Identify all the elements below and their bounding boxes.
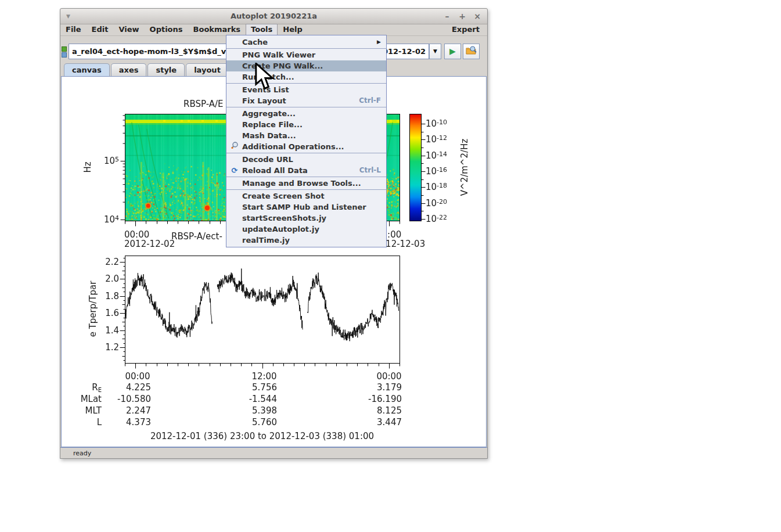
menu-item-run-batch[interactable]: Run Batch... bbox=[226, 71, 386, 82]
colorbar-tick-3: 10-16 bbox=[426, 166, 447, 177]
colorbar-tick-0: 10-10 bbox=[426, 118, 447, 129]
tab-layout[interactable]: layout bbox=[186, 63, 229, 76]
axis-table-value: 5.398 bbox=[225, 405, 277, 416]
menu-item-icon-slot bbox=[229, 130, 240, 141]
menu-item-icon-slot bbox=[229, 224, 240, 235]
menu-item-additional-operations[interactable]: Additional Operations... bbox=[226, 141, 386, 152]
menu-item-label: Mash Data... bbox=[242, 131, 296, 140]
tab-canvas[interactable]: canvas bbox=[64, 63, 110, 76]
line-ytick-1.6: 1.6 bbox=[96, 308, 119, 318]
axis-table-label-mlt: MLT bbox=[67, 405, 102, 416]
menu-item-label: Fix Layout bbox=[242, 96, 286, 105]
menu-bar: FileEditViewOptionsBookmarksToolsHelpExp… bbox=[60, 24, 487, 36]
layer-blue-square-icon bbox=[62, 52, 67, 57]
menu-help[interactable]: Help bbox=[278, 24, 307, 35]
menu-options[interactable]: Options bbox=[145, 24, 188, 35]
menu-item-icon-slot bbox=[229, 71, 240, 82]
axis-table-value: -16.190 bbox=[350, 394, 402, 404]
expert-mode-label[interactable]: Expert bbox=[444, 24, 487, 35]
menu-item-label: Decode URL bbox=[242, 155, 293, 164]
menu-item-icon-slot bbox=[229, 95, 240, 106]
colorbar-tick-6: 10-22 bbox=[426, 214, 447, 224]
time-range-label: 2012-12-01 (336) 23:00 to 2012-12-03 (33… bbox=[125, 431, 400, 441]
menu-item-label: Reload All Data bbox=[242, 166, 308, 175]
colorbar-label: V^2/m^2/Hz bbox=[459, 135, 470, 199]
status-text: ready bbox=[73, 450, 91, 457]
menu-item-decode-url[interactable]: Decode URL bbox=[226, 154, 386, 165]
axis-table-value: 2.247 bbox=[99, 405, 151, 416]
menu-file[interactable]: File bbox=[60, 24, 87, 35]
menu-item-label: Additional Operations... bbox=[242, 142, 344, 151]
uri-text-left: a_rel04_ect-hope-mom-l3_$Y$m$d_v$(v, bbox=[72, 47, 242, 56]
menu-item-icon-slot bbox=[229, 213, 240, 224]
menu-item-icon-slot bbox=[229, 178, 240, 189]
browse-button[interactable] bbox=[463, 44, 480, 59]
line-ytick-1.2: 1.2 bbox=[96, 342, 119, 353]
axis-table-value: 3.179 bbox=[350, 382, 402, 393]
axis-table-value: 3.447 bbox=[350, 417, 402, 427]
menu-item-label: Start SAMP Hub and Listener bbox=[242, 203, 366, 211]
chevron-down-icon: ▼ bbox=[433, 48, 437, 54]
status-bar: ready bbox=[60, 447, 487, 458]
menu-item-mash-data[interactable]: Mash Data... bbox=[226, 130, 386, 141]
line-xtick-0: 00:00 bbox=[120, 371, 155, 382]
menu-tools[interactable]: Tools bbox=[246, 24, 278, 35]
menu-item-aggregate[interactable]: Aggregate... bbox=[226, 108, 386, 119]
spectrogram-title: RBSP-A/E bbox=[183, 99, 224, 109]
menu-item-label: Cache bbox=[242, 38, 268, 46]
axis-table-value: 5.760 bbox=[225, 417, 277, 427]
plot-go-button[interactable]: ▶ bbox=[444, 44, 461, 59]
menu-item-create-png-walk[interactable]: Create PNG Walk... bbox=[226, 60, 386, 71]
axis-table-value: 4.373 bbox=[99, 417, 151, 427]
menu-item-start-samp-hub-and-listener[interactable]: Start SAMP Hub and Listener bbox=[226, 202, 386, 213]
menu-item-icon-slot bbox=[229, 202, 240, 213]
spectrogram-ylabel: Hz bbox=[82, 157, 93, 178]
menu-item-label: updateAutoplot.jy bbox=[242, 225, 319, 233]
menu-separator bbox=[226, 177, 386, 177]
axis-table-label-l: L bbox=[67, 417, 102, 427]
menu-item-replace-file[interactable]: Replace File... bbox=[226, 119, 386, 130]
spec-xtick-left-date: 2012-12-02 bbox=[124, 239, 175, 249]
menu-item-startscreenshots-jy[interactable]: startScreenShots.jy bbox=[226, 213, 386, 224]
folder-search-icon bbox=[464, 44, 478, 57]
menu-item-label: PNG Walk Viewer bbox=[242, 51, 315, 59]
colorbar-tick-4: 10-18 bbox=[426, 182, 447, 192]
menu-item-manage-and-browse-tools[interactable]: Manage and Browse Tools... bbox=[226, 178, 386, 189]
menu-item-label: Replace File... bbox=[242, 120, 303, 129]
colorbar-tick-1: 10-12 bbox=[426, 134, 447, 145]
submenu-arrow-icon: ▶ bbox=[377, 37, 381, 48]
menu-item-icon-slot bbox=[229, 84, 240, 95]
menu-edit[interactable]: Edit bbox=[87, 24, 114, 35]
menu-item-label: startScreenShots.jy bbox=[242, 214, 326, 222]
axis-table-value: -1.544 bbox=[225, 394, 277, 404]
menu-item-events-list[interactable]: Events List bbox=[226, 84, 386, 95]
play-icon: ▶ bbox=[449, 46, 456, 56]
menu-item-create-screen-shot[interactable]: Create Screen Shot bbox=[226, 190, 386, 202]
window-title: Autoplot 20190221a bbox=[60, 9, 487, 24]
menu-item-updateautoplot-jy[interactable]: updateAutoplot.jy bbox=[226, 224, 386, 235]
line-ytick-1.8: 1.8 bbox=[96, 291, 119, 301]
menu-item-reload-all-data[interactable]: ⟳Reload All DataCtrl-L bbox=[226, 165, 386, 176]
menu-item-icon-slot bbox=[229, 37, 240, 48]
tab-axes[interactable]: axes bbox=[111, 63, 147, 76]
menu-item-label: Create Screen Shot bbox=[242, 192, 325, 200]
menu-item-fix-layout[interactable]: Fix LayoutCtrl-F bbox=[226, 95, 386, 106]
menu-bookmarks[interactable]: Bookmarks bbox=[188, 24, 246, 35]
tab-style[interactable]: style bbox=[147, 63, 185, 76]
menu-item-icon-slot bbox=[229, 190, 240, 202]
menu-item-png-walk-viewer[interactable]: PNG Walk Viewer bbox=[226, 49, 386, 60]
minimize-button[interactable]: – bbox=[441, 9, 453, 24]
reload-icon: ⟳ bbox=[229, 165, 240, 176]
menu-shortcut: Ctrl-L bbox=[359, 165, 381, 176]
menu-item-label: Manage and Browse Tools... bbox=[242, 179, 361, 188]
menu-item-cache[interactable]: Cache▶ bbox=[226, 37, 386, 48]
maximize-button[interactable]: + bbox=[456, 9, 468, 24]
layers-icon[interactable] bbox=[62, 46, 67, 57]
menu-item-icon-slot bbox=[229, 154, 240, 165]
menu-item-label: realTime.jy bbox=[242, 236, 290, 245]
spec-ytick-1e5: 105 bbox=[93, 156, 119, 166]
menu-item-realtime-jy[interactable]: realTime.jy bbox=[226, 235, 386, 246]
uri-dropdown-button[interactable]: ▼ bbox=[429, 44, 441, 59]
menu-view[interactable]: View bbox=[113, 24, 144, 35]
close-button[interactable]: × bbox=[472, 9, 483, 24]
